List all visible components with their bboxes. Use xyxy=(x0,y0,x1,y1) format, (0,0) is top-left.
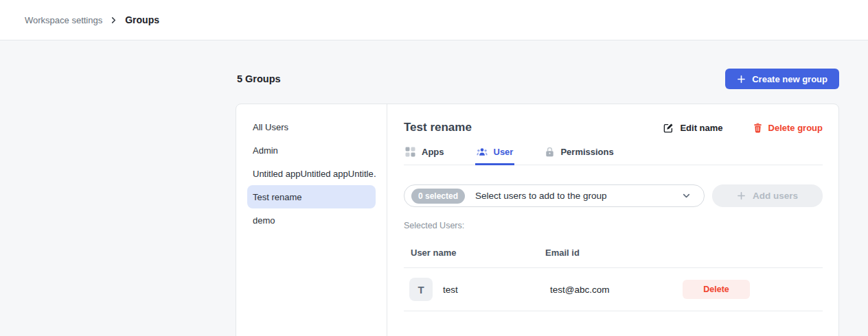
delete-user-button[interactable]: Delete xyxy=(683,280,750,299)
sidebar-item-demo[interactable]: demo xyxy=(247,208,376,232)
delete-group-button[interactable]: Delete group xyxy=(753,123,823,133)
group-item-label: Untitled appUntitled appUntitle… xyxy=(253,169,376,179)
edit-name-button[interactable]: Edit name xyxy=(663,123,722,133)
edit-name-label: Edit name xyxy=(680,123,722,133)
group-list: All Users Admin Untitled appUntitled app… xyxy=(236,104,387,336)
breadcrumb-workspace-settings[interactable]: Workspace settings xyxy=(25,15,102,25)
column-header-email-id: Email id xyxy=(545,248,683,258)
selected-count-badge: 0 selected xyxy=(411,189,465,204)
user-select-dropdown[interactable]: 0 selected Select users to add to the gr… xyxy=(404,184,705,207)
sidebar-item-untitled-app[interactable]: Untitled appUntitled appUntitle… xyxy=(247,162,376,185)
breadcrumb-current-groups: Groups xyxy=(125,14,159,25)
chevron-down-icon xyxy=(682,191,691,200)
top-header: Workspace settings Groups xyxy=(0,0,868,40)
group-item-label: Test rename xyxy=(253,192,302,202)
table-row: T test test@abc.com Delete xyxy=(404,268,823,311)
apps-grid-icon xyxy=(405,147,415,157)
group-tabs: Apps User xyxy=(404,145,823,165)
group-panel-header: Test rename Edit name xyxy=(404,121,823,134)
tab-apps[interactable]: Apps xyxy=(404,145,446,165)
tab-apps-label: Apps xyxy=(422,147,444,157)
selected-users-label: Selected Users: xyxy=(404,221,823,230)
tab-permissions[interactable]: Permissions xyxy=(544,145,615,165)
tab-user-label: User xyxy=(494,147,514,157)
user-email: test@abc.com xyxy=(550,285,683,295)
group-item-label: All Users xyxy=(253,122,288,132)
sidebar-item-test-rename[interactable]: Test rename xyxy=(247,185,376,208)
user-select-placeholder: Select users to add to the group xyxy=(475,191,682,201)
add-users-button[interactable]: Add users xyxy=(712,184,823,207)
add-users-label: Add users xyxy=(753,191,798,201)
create-new-group-label: Create new group xyxy=(752,74,827,84)
add-users-row: 0 selected Select users to add to the gr… xyxy=(404,184,823,207)
group-item-label: demo xyxy=(253,215,275,226)
sidebar-item-admin[interactable]: Admin xyxy=(247,139,376,162)
tab-permissions-label: Permissions xyxy=(560,147,613,157)
lock-icon xyxy=(545,147,554,157)
trash-icon xyxy=(753,123,762,133)
avatar: T xyxy=(409,278,433,301)
edit-pencil-icon xyxy=(663,123,674,133)
chevron-right-icon xyxy=(110,16,117,24)
groups-page: 5 Groups Create new group All Users Admi… xyxy=(236,69,839,336)
users-table: User name Email id T test test@abc.com D… xyxy=(404,248,823,311)
plus-icon xyxy=(737,191,746,200)
column-header-user-name: User name xyxy=(411,248,545,258)
groups-card: All Users Admin Untitled appUntitled app… xyxy=(236,104,839,336)
user-name-cell: T test xyxy=(409,278,550,301)
group-item-label: Admin xyxy=(253,145,278,156)
plus-icon xyxy=(737,75,746,84)
sidebar-item-all-users[interactable]: All Users xyxy=(247,115,376,139)
users-icon xyxy=(477,147,488,157)
group-actions: Edit name Delete group xyxy=(663,123,823,133)
delete-group-label: Delete group xyxy=(768,123,823,133)
create-new-group-button[interactable]: Create new group xyxy=(725,69,839,89)
group-detail-panel: Test rename Edit name xyxy=(387,104,838,336)
users-table-header: User name Email id xyxy=(404,248,823,268)
tab-user[interactable]: User xyxy=(475,145,515,165)
user-name: test xyxy=(443,285,458,295)
groups-count: 5 Groups xyxy=(237,73,281,84)
group-title: Test rename xyxy=(404,121,472,134)
page-heading-row: 5 Groups Create new group xyxy=(236,69,839,89)
